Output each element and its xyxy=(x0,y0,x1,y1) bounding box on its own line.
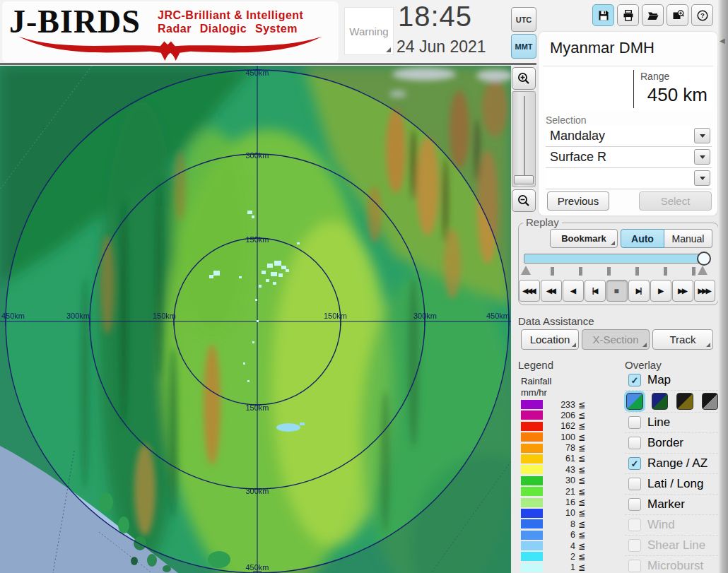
legend-row: 16≦ xyxy=(521,498,585,507)
print-button[interactable] xyxy=(617,4,639,26)
overlay-item-marker[interactable]: Marker xyxy=(625,495,718,515)
bookmark-button[interactable]: Bookmark xyxy=(550,229,618,248)
auto-button[interactable]: Auto xyxy=(621,229,664,248)
overlay-item-label: Lati / Long xyxy=(647,477,703,491)
overlay-item-label: Range / AZ xyxy=(647,456,708,471)
play-forward-button[interactable]: ▶ xyxy=(650,280,671,302)
capture-button[interactable] xyxy=(667,4,688,26)
range-start-handle[interactable] xyxy=(521,266,531,275)
stop-button[interactable]: ■ xyxy=(606,280,628,302)
zoom-slider-thumb[interactable] xyxy=(514,175,534,184)
map-style-swatch-2[interactable] xyxy=(652,393,669,410)
panel-collapse-arrow[interactable]: ◀ xyxy=(720,37,725,45)
legend-row: 162≦ xyxy=(521,422,585,431)
legend-swatch xyxy=(521,410,543,420)
step-backward-button[interactable]: |◀ xyxy=(585,280,606,302)
save-button[interactable] xyxy=(592,4,614,26)
legend-row: 78≦ xyxy=(521,444,585,453)
legend-value: 43 xyxy=(543,465,575,475)
legend-le-symbol: ≦ xyxy=(575,562,585,572)
selection-label: Selection xyxy=(546,114,587,126)
replay-slider-thumb[interactable] xyxy=(697,252,711,266)
legend-le-symbol: ≦ xyxy=(575,487,585,497)
legend-value: 78 xyxy=(543,443,575,453)
location-button[interactable]: Location xyxy=(521,329,579,350)
warning-button[interactable]: Warning xyxy=(344,7,394,55)
map-zoom-control xyxy=(511,66,536,215)
help-button[interactable]: ? xyxy=(691,4,713,26)
overlay-item-range-az[interactable]: ✓ Range / AZ xyxy=(625,454,718,474)
legend-value: 206 xyxy=(543,410,575,420)
help-icon: ? xyxy=(696,9,709,22)
legend-le-symbol: ≦ xyxy=(575,541,585,551)
manual-button[interactable]: Manual xyxy=(664,229,712,248)
site-dropdown[interactable]: Mandalay xyxy=(546,126,712,147)
mmt-button[interactable]: MMT xyxy=(511,34,536,59)
map-checkbox[interactable]: ✓ xyxy=(628,374,641,386)
site-dropdown-button[interactable] xyxy=(694,128,710,143)
rewind-fast-button[interactable]: ◀◀ xyxy=(541,280,562,302)
logo-subtitle-1: JRC-Brilliant & Intelligent xyxy=(158,9,303,22)
map-style-row xyxy=(625,391,718,413)
range-end-handle[interactable] xyxy=(698,266,708,275)
legend-value: 21 xyxy=(543,487,575,497)
legend-row: 43≦ xyxy=(521,465,585,474)
forward-fastest-button[interactable]: ▶▶▶ xyxy=(694,280,715,302)
overlay-item-shear-line: Shear Line xyxy=(625,536,718,556)
legend-swatch xyxy=(521,444,543,453)
legend-value: 16 xyxy=(543,497,575,507)
map-style-swatch-3[interactable] xyxy=(676,393,693,410)
option-dropdown[interactable] xyxy=(546,168,712,189)
product-dropdown-value: Surface R xyxy=(550,150,606,165)
legend-le-symbol: ≦ xyxy=(575,475,585,485)
location-label: Location xyxy=(530,333,570,345)
jbirds-app: J-BIRDS JRC-Brilliant & Intelligent Rada… xyxy=(0,0,728,573)
chevron-down-icon xyxy=(700,134,705,138)
slider-tick xyxy=(551,267,554,276)
line-checkbox[interactable] xyxy=(628,416,641,429)
jbirds-logo: J-BIRDS JRC-Brilliant & Intelligent Rada… xyxy=(2,1,339,62)
play-backward-button[interactable]: ◀ xyxy=(563,280,584,302)
x-section-button[interactable]: X-Section xyxy=(582,329,650,350)
divider xyxy=(543,66,713,66)
range-az-checkbox[interactable]: ✓ xyxy=(628,457,641,470)
site-dropdown-value: Mandalay xyxy=(550,129,605,143)
marker-checkbox[interactable] xyxy=(628,498,641,511)
overlay-item-border[interactable]: Border xyxy=(625,433,718,454)
zoom-in-button[interactable] xyxy=(512,67,536,90)
replay-slider-track[interactable] xyxy=(524,254,706,264)
ring-label: 150km xyxy=(245,403,269,412)
range-label: Range xyxy=(640,71,669,82)
ring-label: 300km xyxy=(66,312,90,320)
zoom-slider-track[interactable] xyxy=(512,91,536,187)
map-style-swatch-1[interactable] xyxy=(626,393,643,410)
zoom-out-button[interactable] xyxy=(512,189,536,212)
step-forward-button[interactable]: ▶| xyxy=(628,280,650,302)
overlay-item-map[interactable]: ✓ Map xyxy=(625,370,718,391)
svg-text:?: ? xyxy=(700,11,705,19)
border-checkbox[interactable] xyxy=(628,437,641,449)
track-button[interactable]: Track xyxy=(652,329,713,350)
rewind-fastest-button[interactable]: ◀◀◀ xyxy=(519,280,540,302)
ring-label: 300km xyxy=(245,151,269,160)
overlay-item-label: Marker xyxy=(647,497,685,512)
map-style-swatch-4[interactable] xyxy=(702,393,719,410)
product-dropdown[interactable]: Surface R xyxy=(546,147,712,168)
legend-le-symbol: ≦ xyxy=(575,465,585,475)
corner-fold-icon xyxy=(572,343,576,347)
product-dropdown-button[interactable] xyxy=(694,149,710,165)
select-button[interactable]: Select xyxy=(639,191,712,211)
legend-le-symbol: ≦ xyxy=(575,552,585,562)
lati-long-checkbox[interactable] xyxy=(628,478,641,490)
radar-map[interactable]: 450km 300km 150km 150km 300km 450km 450k… xyxy=(0,66,511,573)
utc-button[interactable]: UTC xyxy=(511,7,536,32)
overlay-item-lati-long[interactable]: Lati / Long xyxy=(625,474,718,495)
open-file-button[interactable] xyxy=(642,4,664,26)
legend-value: 2 xyxy=(543,552,575,562)
overlay-item-line[interactable]: Line xyxy=(625,413,718,433)
option-dropdown-button[interactable] xyxy=(694,170,710,186)
legend-value: 30 xyxy=(543,475,575,485)
previous-button[interactable]: Previous xyxy=(547,191,609,211)
legend-row: 100≦ xyxy=(521,432,585,442)
forward-fast-button[interactable]: ▶▶ xyxy=(672,280,693,302)
